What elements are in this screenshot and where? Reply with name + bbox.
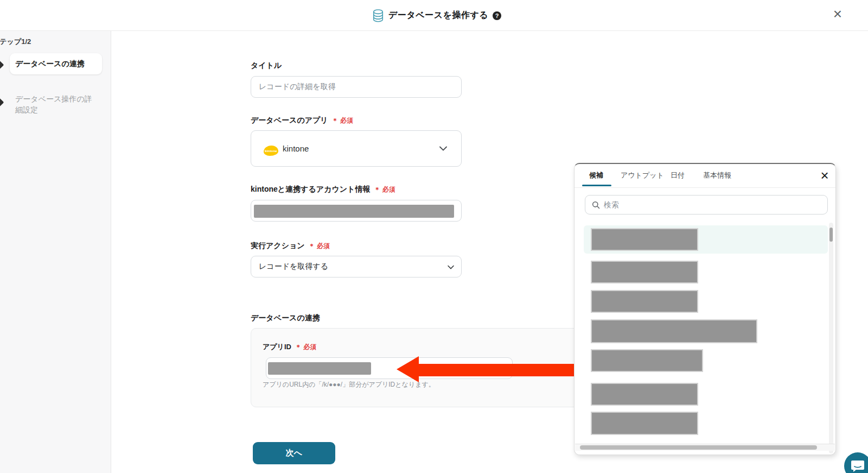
list-item-redacted[interactable] [591, 261, 698, 283]
action-select-value: レコードを取得する [259, 256, 328, 277]
chevron-down-icon [448, 265, 454, 269]
chat-widget-button[interactable] [844, 452, 868, 473]
screen: データベースを操作する ? × ステップ1/2 データベースの連携 データベース… [0, 0, 868, 473]
vertical-scrollbar-thumb[interactable] [829, 228, 833, 242]
list-item-redacted[interactable] [591, 228, 698, 251]
search-icon [592, 201, 600, 209]
modal-header: データベースを操作する ? × [0, 0, 868, 31]
account-input[interactable] [251, 200, 462, 222]
chevron-down-icon [439, 146, 447, 151]
sidebar-item-database-link[interactable]: データベースの連携 [10, 53, 102, 74]
tab-divider [575, 187, 835, 188]
sidebar-item-detail-settings[interactable]: データベース操作の詳細設定 [15, 93, 98, 116]
tab-output[interactable]: アウトプット [621, 171, 664, 180]
app-select-value: kintone [283, 131, 309, 166]
popup-close-icon[interactable]: × [815, 166, 834, 185]
required-badge: ＊ 必須 [374, 186, 395, 193]
tab-date[interactable]: 日付 [671, 171, 685, 180]
annotation-arrow [418, 364, 580, 376]
vertical-scrollbar-track[interactable] [829, 223, 833, 453]
app-select[interactable]: kintone kintone [251, 130, 462, 167]
app-field-label: データベースのアプリ＊ 必須 [251, 116, 353, 125]
tab-kouho[interactable]: 候補 [589, 171, 603, 180]
redacted-account-value [254, 205, 454, 218]
kintone-logo-icon: kintone [264, 146, 278, 156]
step-pin-icon [0, 98, 4, 107]
title-input-wrap [251, 76, 462, 98]
list-item-redacted[interactable] [591, 383, 698, 406]
required-badge: ＊ 必須 [295, 343, 316, 351]
app-id-label: アプリID＊ 必須 [263, 342, 316, 352]
action-select[interactable]: レコードを取得する [251, 256, 462, 278]
required-badge: ＊ 必須 [332, 117, 353, 124]
required-badge: ＊ 必須 [309, 242, 330, 250]
list-item-redacted[interactable] [591, 412, 698, 435]
horizontal-scrollbar-thumb[interactable] [580, 445, 817, 450]
account-field-label: kintoneと連携するアカウント情報＊ 必須 [251, 185, 395, 194]
annotation-arrow-head [397, 356, 419, 382]
help-icon[interactable]: ? [493, 11, 501, 20]
modal-close-icon[interactable]: × [828, 3, 847, 25]
popup-search [585, 195, 828, 215]
list-item-redacted[interactable] [591, 290, 698, 313]
popup-search-input[interactable] [604, 200, 827, 209]
database-icon [372, 9, 384, 23]
action-field-label: 実行アクション＊ 必須 [251, 241, 330, 251]
step-pin-icon [0, 61, 4, 70]
next-button[interactable]: 次へ [253, 442, 335, 464]
list-item-redacted[interactable] [591, 349, 703, 372]
steps-sidebar: ステップ1/2 データベースの連携 データベース操作の詳細設定 [0, 31, 111, 473]
page-title: データベースを操作する [388, 10, 488, 21]
redacted-app-id-value [268, 362, 371, 375]
title-input[interactable] [251, 77, 461, 97]
title-field-label: タイトル [251, 61, 282, 71]
active-tab-underline [582, 185, 611, 186]
list-item-redacted[interactable] [591, 319, 757, 343]
suggestion-popup: 候補 アウトプット 日付 基本情報 × [574, 163, 836, 455]
db-section-label: データベースの連携 [251, 313, 320, 323]
tab-basic-info[interactable]: 基本情報 [703, 171, 731, 180]
chat-bubble-icon [851, 459, 865, 472]
step-counter: ステップ1/2 [0, 37, 31, 47]
